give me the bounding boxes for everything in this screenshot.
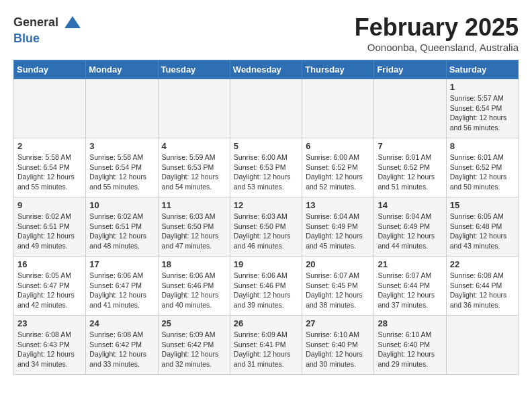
day-info: Sunrise: 6:06 AM Sunset: 6:46 PM Dayligh… (234, 271, 298, 310)
day-number: 16 (17, 259, 82, 269)
calendar-week-row: 2Sunrise: 5:58 AM Sunset: 6:54 PM Daylig… (14, 138, 519, 197)
day-number: 26 (234, 318, 298, 328)
day-number: 28 (378, 318, 442, 328)
calendar-day-16: 16Sunrise: 6:05 AM Sunset: 6:47 PM Dayli… (14, 257, 86, 316)
calendar-empty (230, 79, 302, 138)
calendar-empty (86, 79, 158, 138)
day-info: Sunrise: 6:09 AM Sunset: 6:41 PM Dayligh… (234, 330, 298, 369)
day-info: Sunrise: 6:09 AM Sunset: 6:42 PM Dayligh… (162, 330, 226, 369)
day-number: 19 (234, 259, 298, 269)
day-number: 21 (378, 259, 442, 269)
logo-icon (63, 13, 82, 32)
day-info: Sunrise: 6:01 AM Sunset: 6:52 PM Dayligh… (378, 152, 442, 192)
calendar-day-8: 8Sunrise: 6:01 AM Sunset: 6:52 PM Daylig… (446, 138, 518, 197)
day-number: 15 (450, 200, 515, 210)
calendar-day-22: 22Sunrise: 6:08 AM Sunset: 6:44 PM Dayli… (446, 257, 518, 316)
calendar-day-9: 9Sunrise: 6:02 AM Sunset: 6:51 PM Daylig… (14, 197, 86, 257)
day-info: Sunrise: 6:08 AM Sunset: 6:42 PM Dayligh… (89, 330, 154, 369)
day-info: Sunrise: 5:58 AM Sunset: 6:54 PM Dayligh… (17, 152, 82, 192)
day-number: 27 (306, 318, 370, 328)
day-info: Sunrise: 6:07 AM Sunset: 6:44 PM Dayligh… (378, 271, 442, 310)
calendar-table: SundayMondayTuesdayWednesdayThursdayFrid… (13, 60, 519, 375)
location: Oonoonba, Queensland, Australia (355, 42, 519, 53)
calendar-header-monday: Monday (86, 60, 158, 79)
day-number: 8 (450, 141, 515, 151)
calendar-day-15: 15Sunrise: 6:05 AM Sunset: 6:48 PM Dayli… (446, 197, 518, 257)
day-number: 12 (234, 200, 298, 210)
calendar-empty (302, 79, 374, 138)
day-number: 14 (378, 200, 442, 210)
calendar-day-6: 6Sunrise: 6:00 AM Sunset: 6:52 PM Daylig… (302, 138, 374, 197)
day-info: Sunrise: 6:02 AM Sunset: 6:51 PM Dayligh… (89, 212, 154, 251)
day-number: 7 (378, 141, 442, 151)
day-info: Sunrise: 5:58 AM Sunset: 6:54 PM Dayligh… (89, 152, 154, 192)
calendar-header-tuesday: Tuesday (158, 60, 230, 79)
day-number: 25 (162, 318, 226, 328)
month-title: February 2025 (355, 13, 519, 42)
day-number: 13 (306, 200, 370, 210)
day-info: Sunrise: 6:04 AM Sunset: 6:49 PM Dayligh… (378, 212, 442, 251)
day-info: Sunrise: 6:03 AM Sunset: 6:50 PM Dayligh… (162, 212, 226, 251)
day-number: 2 (17, 141, 82, 151)
calendar-week-row: 16Sunrise: 6:05 AM Sunset: 6:47 PM Dayli… (14, 257, 519, 316)
day-info: Sunrise: 5:57 AM Sunset: 6:54 PM Dayligh… (450, 93, 515, 133)
calendar-day-1: 1Sunrise: 5:57 AM Sunset: 6:54 PM Daylig… (446, 79, 518, 138)
day-number: 17 (89, 259, 154, 269)
svg-marker-0 (64, 16, 81, 28)
day-info: Sunrise: 6:01 AM Sunset: 6:52 PM Dayligh… (450, 152, 515, 192)
calendar-day-21: 21Sunrise: 6:07 AM Sunset: 6:44 PM Dayli… (374, 257, 446, 316)
calendar-day-7: 7Sunrise: 6:01 AM Sunset: 6:52 PM Daylig… (374, 138, 446, 197)
day-number: 4 (162, 141, 226, 151)
title-block: February 2025 Oonoonba, Queensland, Aust… (355, 13, 519, 53)
day-number: 9 (17, 200, 82, 210)
day-info: Sunrise: 6:08 AM Sunset: 6:43 PM Dayligh… (17, 330, 82, 369)
day-info: Sunrise: 6:06 AM Sunset: 6:47 PM Dayligh… (89, 271, 154, 310)
calendar-day-4: 4Sunrise: 5:59 AM Sunset: 6:53 PM Daylig… (158, 138, 230, 197)
day-info: Sunrise: 6:10 AM Sunset: 6:40 PM Dayligh… (378, 330, 442, 369)
calendar-empty (374, 79, 446, 138)
day-info: Sunrise: 6:00 AM Sunset: 6:53 PM Dayligh… (234, 152, 298, 192)
day-number: 10 (89, 200, 154, 210)
calendar-header-sunday: Sunday (14, 60, 86, 79)
calendar-day-17: 17Sunrise: 6:06 AM Sunset: 6:47 PM Dayli… (86, 257, 158, 316)
calendar-day-27: 27Sunrise: 6:10 AM Sunset: 6:40 PM Dayli… (302, 316, 374, 375)
calendar-header-saturday: Saturday (446, 60, 518, 79)
day-info: Sunrise: 6:08 AM Sunset: 6:44 PM Dayligh… (450, 271, 515, 310)
calendar-day-10: 10Sunrise: 6:02 AM Sunset: 6:51 PM Dayli… (86, 197, 158, 257)
day-info: Sunrise: 6:05 AM Sunset: 6:48 PM Dayligh… (450, 212, 515, 251)
day-info: Sunrise: 5:59 AM Sunset: 6:53 PM Dayligh… (162, 152, 226, 192)
day-number: 6 (306, 141, 370, 151)
calendar-day-25: 25Sunrise: 6:09 AM Sunset: 6:42 PM Dayli… (158, 316, 230, 375)
calendar-day-23: 23Sunrise: 6:08 AM Sunset: 6:43 PM Dayli… (14, 316, 86, 375)
calendar-day-24: 24Sunrise: 6:08 AM Sunset: 6:42 PM Dayli… (86, 316, 158, 375)
day-number: 24 (89, 318, 154, 328)
calendar-week-row: 23Sunrise: 6:08 AM Sunset: 6:43 PM Dayli… (14, 316, 519, 375)
calendar-header-friday: Friday (374, 60, 446, 79)
day-info: Sunrise: 6:05 AM Sunset: 6:47 PM Dayligh… (17, 271, 82, 310)
calendar-header-row: SundayMondayTuesdayWednesdayThursdayFrid… (14, 60, 519, 79)
day-number: 18 (162, 259, 226, 269)
calendar-header-thursday: Thursday (302, 60, 374, 79)
calendar-week-row: 9Sunrise: 6:02 AM Sunset: 6:51 PM Daylig… (14, 197, 519, 257)
logo-blue: Blue (13, 32, 40, 45)
calendar-day-20: 20Sunrise: 6:07 AM Sunset: 6:45 PM Dayli… (302, 257, 374, 316)
calendar-day-26: 26Sunrise: 6:09 AM Sunset: 6:41 PM Dayli… (230, 316, 302, 375)
logo-general: General (13, 15, 58, 29)
day-info: Sunrise: 6:06 AM Sunset: 6:46 PM Dayligh… (162, 271, 226, 310)
day-info: Sunrise: 6:02 AM Sunset: 6:51 PM Dayligh… (17, 212, 82, 251)
calendar-week-row: 1Sunrise: 5:57 AM Sunset: 6:54 PM Daylig… (14, 79, 519, 138)
calendar-day-12: 12Sunrise: 6:03 AM Sunset: 6:50 PM Dayli… (230, 197, 302, 257)
logo: General Blue (13, 13, 82, 46)
calendar-day-18: 18Sunrise: 6:06 AM Sunset: 6:46 PM Dayli… (158, 257, 230, 316)
day-number: 22 (450, 259, 515, 269)
day-number: 1 (450, 82, 515, 92)
calendar-empty (446, 316, 518, 375)
calendar-header-wednesday: Wednesday (230, 60, 302, 79)
day-number: 20 (306, 259, 370, 269)
day-info: Sunrise: 6:10 AM Sunset: 6:40 PM Dayligh… (306, 330, 370, 369)
day-info: Sunrise: 6:07 AM Sunset: 6:45 PM Dayligh… (306, 271, 370, 310)
calendar-day-2: 2Sunrise: 5:58 AM Sunset: 6:54 PM Daylig… (14, 138, 86, 197)
calendar-day-13: 13Sunrise: 6:04 AM Sunset: 6:49 PM Dayli… (302, 197, 374, 257)
day-info: Sunrise: 6:03 AM Sunset: 6:50 PM Dayligh… (234, 212, 298, 251)
page-header: General Blue February 2025 Oonoonba, Que… (13, 13, 519, 53)
